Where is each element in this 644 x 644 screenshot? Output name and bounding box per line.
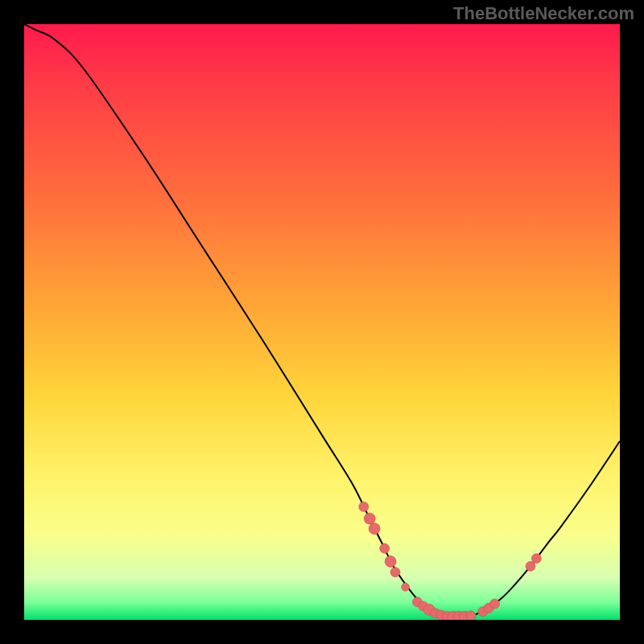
data-marker — [531, 554, 541, 564]
bottleneck-curve — [24, 24, 620, 617]
watermark-text: TheBottleNecker.com — [453, 3, 634, 24]
data-marker — [490, 599, 500, 609]
data-marker — [369, 523, 380, 535]
data-marker — [359, 502, 369, 511]
data-marker — [402, 583, 410, 591]
data-marker — [364, 513, 375, 524]
chart-svg — [24, 24, 620, 620]
plot-area — [24, 24, 620, 620]
data-marker — [390, 568, 400, 577]
data-markers — [359, 502, 542, 620]
data-marker — [380, 543, 390, 553]
data-marker — [385, 555, 396, 567]
data-marker — [466, 611, 476, 620]
